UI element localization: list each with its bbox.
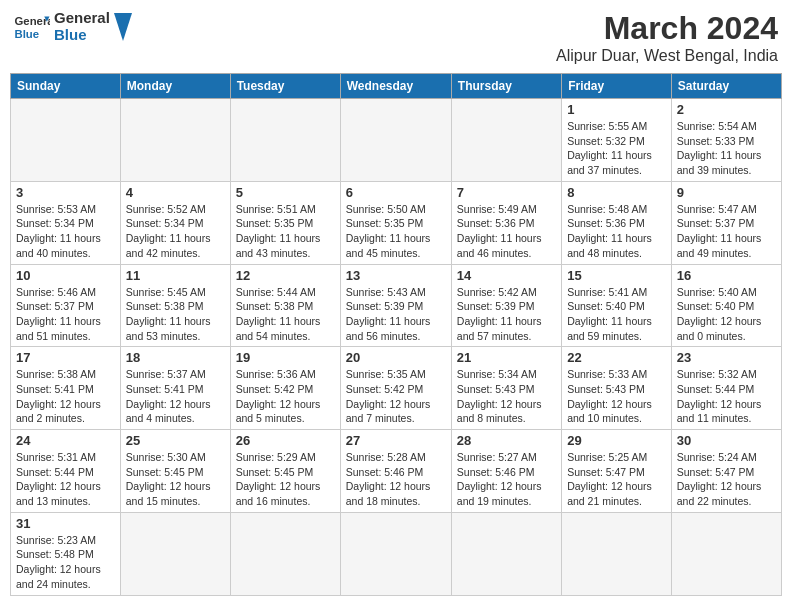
day-number: 28: [457, 433, 556, 448]
calendar-week-row: 31Sunrise: 5:23 AM Sunset: 5:48 PM Dayli…: [11, 512, 782, 595]
day-header-wednesday: Wednesday: [340, 74, 451, 99]
calendar-cell: 1Sunrise: 5:55 AM Sunset: 5:32 PM Daylig…: [562, 99, 672, 182]
calendar-cell: 10Sunrise: 5:46 AM Sunset: 5:37 PM Dayli…: [11, 264, 121, 347]
day-info: Sunrise: 5:52 AM Sunset: 5:34 PM Dayligh…: [126, 202, 225, 261]
day-info: Sunrise: 5:38 AM Sunset: 5:41 PM Dayligh…: [16, 367, 115, 426]
calendar-cell: 15Sunrise: 5:41 AM Sunset: 5:40 PM Dayli…: [562, 264, 672, 347]
day-number: 24: [16, 433, 115, 448]
day-info: Sunrise: 5:32 AM Sunset: 5:44 PM Dayligh…: [677, 367, 776, 426]
day-info: Sunrise: 5:27 AM Sunset: 5:46 PM Dayligh…: [457, 450, 556, 509]
day-info: Sunrise: 5:23 AM Sunset: 5:48 PM Dayligh…: [16, 533, 115, 592]
calendar-cell: [671, 512, 781, 595]
day-number: 23: [677, 350, 776, 365]
calendar-cell: [230, 512, 340, 595]
day-number: 7: [457, 185, 556, 200]
day-number: 31: [16, 516, 115, 531]
day-header-tuesday: Tuesday: [230, 74, 340, 99]
day-number: 30: [677, 433, 776, 448]
calendar-cell: 8Sunrise: 5:48 AM Sunset: 5:36 PM Daylig…: [562, 181, 672, 264]
day-info: Sunrise: 5:47 AM Sunset: 5:37 PM Dayligh…: [677, 202, 776, 261]
calendar-cell: 23Sunrise: 5:32 AM Sunset: 5:44 PM Dayli…: [671, 347, 781, 430]
calendar-cell: 19Sunrise: 5:36 AM Sunset: 5:42 PM Dayli…: [230, 347, 340, 430]
day-header-saturday: Saturday: [671, 74, 781, 99]
day-number: 17: [16, 350, 115, 365]
calendar-cell: 13Sunrise: 5:43 AM Sunset: 5:39 PM Dayli…: [340, 264, 451, 347]
logo: General Blue General Blue: [14, 10, 132, 43]
calendar-cell: 16Sunrise: 5:40 AM Sunset: 5:40 PM Dayli…: [671, 264, 781, 347]
day-number: 4: [126, 185, 225, 200]
calendar-cell: [120, 512, 230, 595]
day-info: Sunrise: 5:48 AM Sunset: 5:36 PM Dayligh…: [567, 202, 666, 261]
day-info: Sunrise: 5:49 AM Sunset: 5:36 PM Dayligh…: [457, 202, 556, 261]
day-info: Sunrise: 5:55 AM Sunset: 5:32 PM Dayligh…: [567, 119, 666, 178]
day-number: 1: [567, 102, 666, 117]
logo-icon: General Blue: [14, 13, 50, 41]
calendar-week-row: 3Sunrise: 5:53 AM Sunset: 5:34 PM Daylig…: [11, 181, 782, 264]
calendar-cell: [340, 99, 451, 182]
calendar-cell: 24Sunrise: 5:31 AM Sunset: 5:44 PM Dayli…: [11, 430, 121, 513]
day-info: Sunrise: 5:34 AM Sunset: 5:43 PM Dayligh…: [457, 367, 556, 426]
location: Alipur Duar, West Bengal, India: [556, 47, 778, 65]
day-number: 12: [236, 268, 335, 283]
calendar-cell: 9Sunrise: 5:47 AM Sunset: 5:37 PM Daylig…: [671, 181, 781, 264]
day-info: Sunrise: 5:33 AM Sunset: 5:43 PM Dayligh…: [567, 367, 666, 426]
day-number: 22: [567, 350, 666, 365]
logo-triangle-icon: [114, 13, 132, 41]
day-info: Sunrise: 5:45 AM Sunset: 5:38 PM Dayligh…: [126, 285, 225, 344]
day-number: 14: [457, 268, 556, 283]
calendar-cell: 4Sunrise: 5:52 AM Sunset: 5:34 PM Daylig…: [120, 181, 230, 264]
day-number: 19: [236, 350, 335, 365]
day-number: 18: [126, 350, 225, 365]
calendar-week-row: 24Sunrise: 5:31 AM Sunset: 5:44 PM Dayli…: [11, 430, 782, 513]
calendar-cell: [562, 512, 672, 595]
calendar-cell: [230, 99, 340, 182]
calendar-week-row: 10Sunrise: 5:46 AM Sunset: 5:37 PM Dayli…: [11, 264, 782, 347]
day-info: Sunrise: 5:42 AM Sunset: 5:39 PM Dayligh…: [457, 285, 556, 344]
day-info: Sunrise: 5:44 AM Sunset: 5:38 PM Dayligh…: [236, 285, 335, 344]
month-title: March 2024: [556, 10, 778, 47]
day-number: 2: [677, 102, 776, 117]
day-info: Sunrise: 5:28 AM Sunset: 5:46 PM Dayligh…: [346, 450, 446, 509]
calendar-cell: 31Sunrise: 5:23 AM Sunset: 5:48 PM Dayli…: [11, 512, 121, 595]
calendar-cell: 26Sunrise: 5:29 AM Sunset: 5:45 PM Dayli…: [230, 430, 340, 513]
day-info: Sunrise: 5:24 AM Sunset: 5:47 PM Dayligh…: [677, 450, 776, 509]
calendar-cell: 21Sunrise: 5:34 AM Sunset: 5:43 PM Dayli…: [451, 347, 561, 430]
calendar-cell: [120, 99, 230, 182]
calendar-header-row: SundayMondayTuesdayWednesdayThursdayFrid…: [11, 74, 782, 99]
day-info: Sunrise: 5:46 AM Sunset: 5:37 PM Dayligh…: [16, 285, 115, 344]
day-number: 10: [16, 268, 115, 283]
day-info: Sunrise: 5:43 AM Sunset: 5:39 PM Dayligh…: [346, 285, 446, 344]
calendar-cell: [451, 512, 561, 595]
calendar-cell: 28Sunrise: 5:27 AM Sunset: 5:46 PM Dayli…: [451, 430, 561, 513]
day-info: Sunrise: 5:29 AM Sunset: 5:45 PM Dayligh…: [236, 450, 335, 509]
calendar-cell: 12Sunrise: 5:44 AM Sunset: 5:38 PM Dayli…: [230, 264, 340, 347]
day-header-sunday: Sunday: [11, 74, 121, 99]
day-number: 21: [457, 350, 556, 365]
calendar-week-row: 17Sunrise: 5:38 AM Sunset: 5:41 PM Dayli…: [11, 347, 782, 430]
day-number: 29: [567, 433, 666, 448]
day-number: 11: [126, 268, 225, 283]
day-info: Sunrise: 5:36 AM Sunset: 5:42 PM Dayligh…: [236, 367, 335, 426]
calendar-cell: 7Sunrise: 5:49 AM Sunset: 5:36 PM Daylig…: [451, 181, 561, 264]
day-info: Sunrise: 5:37 AM Sunset: 5:41 PM Dayligh…: [126, 367, 225, 426]
day-number: 26: [236, 433, 335, 448]
day-info: Sunrise: 5:51 AM Sunset: 5:35 PM Dayligh…: [236, 202, 335, 261]
calendar-cell: 20Sunrise: 5:35 AM Sunset: 5:42 PM Dayli…: [340, 347, 451, 430]
day-info: Sunrise: 5:40 AM Sunset: 5:40 PM Dayligh…: [677, 285, 776, 344]
calendar-cell: 29Sunrise: 5:25 AM Sunset: 5:47 PM Dayli…: [562, 430, 672, 513]
calendar-cell: 27Sunrise: 5:28 AM Sunset: 5:46 PM Dayli…: [340, 430, 451, 513]
day-header-monday: Monday: [120, 74, 230, 99]
calendar-cell: [11, 99, 121, 182]
calendar-cell: 18Sunrise: 5:37 AM Sunset: 5:41 PM Dayli…: [120, 347, 230, 430]
calendar-cell: 6Sunrise: 5:50 AM Sunset: 5:35 PM Daylig…: [340, 181, 451, 264]
calendar-week-row: 1Sunrise: 5:55 AM Sunset: 5:32 PM Daylig…: [11, 99, 782, 182]
day-info: Sunrise: 5:25 AM Sunset: 5:47 PM Dayligh…: [567, 450, 666, 509]
day-number: 13: [346, 268, 446, 283]
day-number: 27: [346, 433, 446, 448]
day-info: Sunrise: 5:50 AM Sunset: 5:35 PM Dayligh…: [346, 202, 446, 261]
calendar-cell: 3Sunrise: 5:53 AM Sunset: 5:34 PM Daylig…: [11, 181, 121, 264]
day-header-friday: Friday: [562, 74, 672, 99]
day-number: 15: [567, 268, 666, 283]
svg-marker-3: [114, 13, 132, 41]
logo-blue: Blue: [54, 27, 110, 44]
